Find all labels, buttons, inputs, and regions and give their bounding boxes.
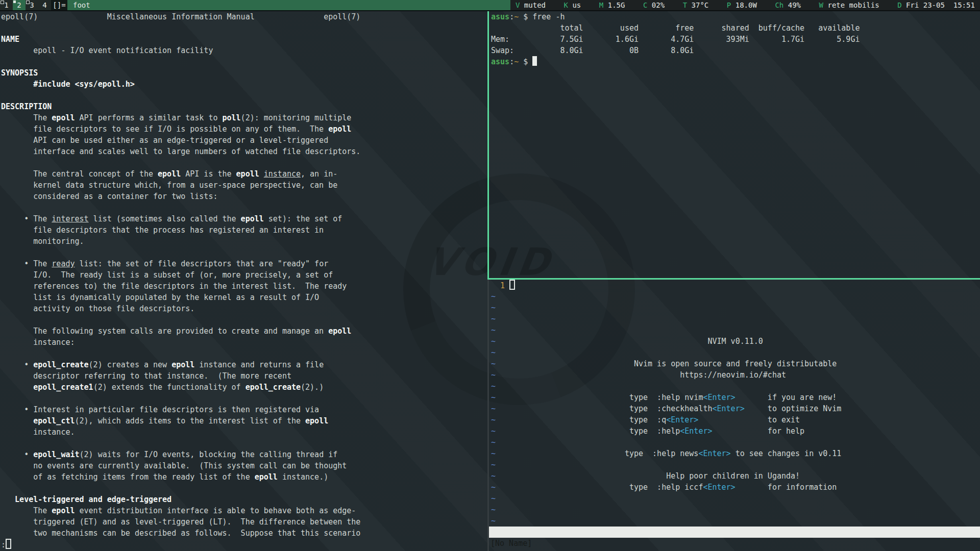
man-page-line: epoll(7) Miscellaneous Information Manua… <box>0 11 487 22</box>
status-item-Ch: Ch 49% <box>775 1 801 9</box>
text-segment: I/O. The ready list is a subset of (or, … <box>1 270 333 280</box>
text-segment: of as fetching items from the ready list… <box>1 472 255 482</box>
text-segment: Help poor children in Uganda! <box>496 471 800 481</box>
man-page-line: • The ready list: the set of file descri… <box>0 258 487 269</box>
text-segment: type :help iccf <box>496 483 703 492</box>
status-item-D: D Fri 23-05 15:51 <box>897 1 975 9</box>
text-segment: • <box>1 450 33 459</box>
workspace-button-2[interactable]: 2 <box>13 0 26 10</box>
man-page-line: • Interest in particular file descriptor… <box>0 404 487 415</box>
text-segment: total used free shared buff/cache availa… <box>491 23 860 33</box>
layout-indicator: []= <box>51 0 67 10</box>
man-page-line: monitoring. <box>0 236 487 247</box>
workspace-label: 2 <box>17 1 21 9</box>
text-segment: type :help news <box>496 449 698 458</box>
text-segment: ~ <box>491 370 496 380</box>
text-segment <box>1 383 33 392</box>
man-page-line <box>0 483 487 494</box>
terminal-man-epoll[interactable]: epoll(7) Miscellaneous Information Manua… <box>0 11 487 551</box>
text-segment: epoll <box>241 214 264 223</box>
terminal-line: total used free shared buff/cache availa… <box>489 22 980 34</box>
right-column: asus:~ $ free -h total used free shared … <box>489 11 980 551</box>
workspace-button-3[interactable]: 3 <box>26 0 38 10</box>
man-page-line <box>0 90 487 101</box>
text-segment: epoll_create1 <box>33 383 93 392</box>
status-key: Ch <box>775 1 788 9</box>
status-key: W <box>819 1 828 9</box>
nvim-line: ~ <box>489 381 980 392</box>
man-page-line: Level-triggered and edge-triggered <box>0 494 487 505</box>
text-segment: (2) creates a new <box>89 360 172 369</box>
text-segment: type :help <box>496 427 680 436</box>
man-page-line: instance. <box>0 427 487 438</box>
neovim-window[interactable]: 1 ~~~~~ NVIM v0.11.0~~ Nvim is open sour… <box>489 280 980 551</box>
nvim-line: ~ <box>489 291 980 302</box>
status-value: 18.0W <box>736 1 757 9</box>
workspace-button-1[interactable]: 1 <box>0 0 13 10</box>
terminal-shell[interactable]: asus:~ $ free -h total used free shared … <box>489 11 980 278</box>
text-segment: API is the <box>181 169 236 179</box>
inactive-pager-cursor <box>6 539 11 549</box>
text-segment: considered as a container for two lists: <box>1 192 217 201</box>
text-segment: epoll - I/O event notification facility <box>1 46 213 55</box>
text-segment: instance and returns a file <box>194 360 324 369</box>
text-segment: ~ <box>491 494 496 503</box>
text-segment: no events are currently available. (This… <box>1 461 347 470</box>
active-terminal-cursor <box>532 56 537 66</box>
text-segment: Mem: 7.5Gi 1.6Gi 4.7Gi 393Mi 1.7Gi 5.9Gi <box>491 35 860 44</box>
terminal-line: asus:~ $ <box>489 56 980 67</box>
text-segment: epoll <box>305 416 328 425</box>
text-segment: ~ <box>491 404 496 413</box>
man-page-line <box>0 314 487 325</box>
text-segment: NAME <box>1 35 19 44</box>
text-segment: ~ <box>491 325 496 335</box>
man-page-line: interface and scales well to large numbe… <box>0 146 487 157</box>
man-page-line: of as fetching items from the ready list… <box>0 471 487 483</box>
text-segment: epoll <box>236 169 259 179</box>
status-item-M: M 1.5G <box>599 1 625 9</box>
nvim-line: ~ <box>489 504 980 515</box>
text-segment: <Enter> <box>712 404 744 413</box>
desktop: VOID 1234 []= foot V mutedK usM 1.5GC 02… <box>0 0 980 551</box>
text-segment <box>259 169 264 179</box>
text-segment: • The <box>1 214 52 223</box>
text-segment: <Enter> <box>698 449 730 458</box>
system-status: V mutedK usM 1.5GC 02%T 37°CP 18.0WCh 49… <box>510 0 980 10</box>
text-segment: The <box>1 506 52 515</box>
workspace-label: 4 <box>42 1 46 9</box>
status-key: M <box>599 1 608 9</box>
status-item-T: T 37°C <box>683 1 709 9</box>
nvim-line: ~ <box>489 324 980 336</box>
text-segment: type :q <box>496 415 666 424</box>
text-segment: to optimize Nvim <box>745 404 842 413</box>
text-segment: • <box>1 360 33 369</box>
text-segment: asus <box>491 57 509 66</box>
man-page-line: The epoll API performs a similar task to… <box>0 112 487 123</box>
text-segment: if you are new! <box>736 393 837 402</box>
text-segment: epoll <box>52 113 75 122</box>
text-segment: ~ <box>491 427 496 436</box>
status-value: 1.5G <box>608 1 625 9</box>
man-page-line: file descriptors to see if I/O is possib… <box>0 123 487 135</box>
text-segment: instance <box>264 169 301 179</box>
text-segment: $ free -h <box>519 12 565 21</box>
nvim-buffer: 1 ~~~~~ NVIM v0.11.0~~ Nvim is open sour… <box>489 280 980 527</box>
nvim-line: ~ <box>489 313 980 324</box>
text-segment: epoll <box>158 169 181 179</box>
text-segment: ~ <box>491 460 496 469</box>
nvim-line: ~ type :checkhealth<Enter> to optimize N… <box>489 403 980 414</box>
text-segment: Level-triggered and edge-triggered <box>15 495 172 504</box>
status-value: Fri 23-05 15:51 <box>906 1 975 9</box>
workspace-button-4[interactable]: 4 <box>38 0 51 10</box>
text-segment: : <box>509 57 514 66</box>
status-value: rete mobilis <box>827 1 879 9</box>
status-bar: 1234 []= foot V mutedK usM 1.5GC 02%T 37… <box>0 0 980 11</box>
status-value: 37°C <box>692 1 709 9</box>
status-item-V: V muted <box>516 1 546 9</box>
text-segment: : <box>1 540 6 549</box>
text-segment: epoll <box>328 124 351 134</box>
text-segment: to exit <box>698 415 800 424</box>
nvim-line: ~ type :help news<Enter> to see changes … <box>489 448 980 459</box>
man-page-line: #include <sys/epoll.h> <box>0 79 487 90</box>
nvim-line: ~ https://neovim.io/#chat <box>489 369 980 381</box>
